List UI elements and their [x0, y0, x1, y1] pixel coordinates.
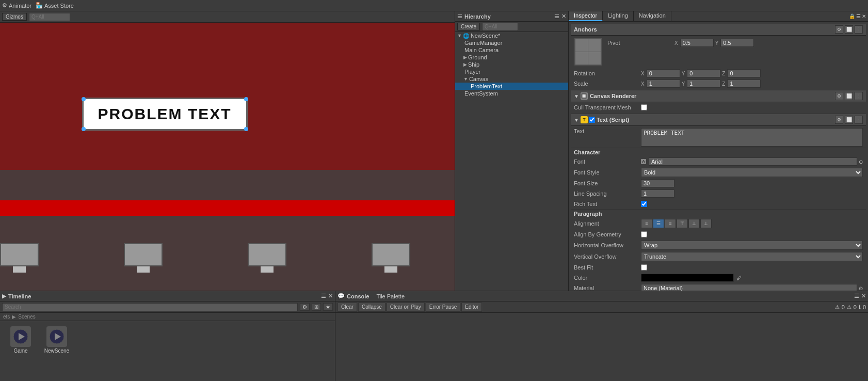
rot-z-input[interactable] [727, 69, 761, 77]
best-fit-label: Best Fit [574, 264, 641, 271]
hierarchy-create-btn[interactable]: Create [457, 23, 480, 30]
canvas-renderer-collapse-icon[interactable]: ▼ [574, 93, 579, 99]
collapse-button[interactable]: Collapse [358, 303, 385, 312]
problem-text-box[interactable]: PROBLEM TEXT [82, 98, 248, 131]
asset-game[interactable]: Game [5, 326, 36, 376]
scale-y-input[interactable] [687, 80, 720, 88]
color-picker-icon[interactable]: 🖊 [736, 275, 742, 281]
line-spacing-label: Line Spacing [574, 190, 641, 197]
rot-z-label: Z [722, 71, 725, 76]
clear-on-play-button[interactable]: Clear on Play [387, 303, 425, 312]
timeline-search[interactable] [2, 303, 298, 311]
inspector-lock-icon[interactable]: 🔒 [849, 13, 855, 19]
best-fit-checkbox[interactable] [641, 264, 647, 271]
rich-text-row: Rich Text [571, 199, 866, 209]
hierarchy-menu-icon[interactable]: ☰ [554, 13, 559, 20]
ground-bg [0, 170, 455, 291]
console-close-icon[interactable]: ✕ [861, 293, 866, 299]
info-icon: ℹ [859, 304, 861, 310]
h-item-maincamera[interactable]: Main Camera [455, 46, 568, 54]
color-swatch[interactable] [641, 274, 734, 282]
anchors-expand-icon[interactable]: ⬜ [845, 25, 853, 34]
cull-transparent-checkbox[interactable] [641, 104, 647, 110]
h-item-ship[interactable]: ▶ Ship [455, 61, 568, 68]
font-style-select[interactable]: Bold Normal Italic [641, 168, 863, 177]
character-section-header: Character [571, 148, 866, 156]
asset-newscene[interactable]: NewScene [41, 326, 72, 376]
align-by-geometry-checkbox[interactable] [641, 231, 647, 237]
font-input[interactable] [649, 157, 857, 166]
h-item-newscene[interactable]: ▼ 🌐 NewScene* [455, 32, 568, 39]
best-fit-row: Best Fit [571, 262, 866, 273]
hierarchy-close-icon[interactable]: ✕ [561, 13, 566, 20]
scene-search[interactable] [29, 13, 70, 21]
h-item-eventsystem[interactable]: EventSystem [455, 90, 568, 97]
h-item-canvas[interactable]: ▼ Canvas [455, 75, 568, 83]
h-label: Main Camera [464, 47, 499, 53]
align-middle-btn[interactable]: ⊥ [688, 219, 700, 228]
text-textarea[interactable]: PROBLEM TEXT [641, 128, 863, 147]
inspector-menu-icon[interactable]: ☰ [856, 13, 861, 19]
color-label: Color [574, 275, 641, 281]
animator-tab[interactable]: ⚙ Animator [2, 2, 31, 9]
cr-more-icon[interactable]: ⋮ [855, 92, 863, 100]
material-select-icon[interactable]: ⊙ [859, 285, 863, 291]
text-script-collapse-icon[interactable]: ▼ [574, 117, 579, 123]
asset-store-tab[interactable]: 🏪 Asset Store [36, 2, 74, 9]
text-script-enabled[interactable] [589, 117, 595, 123]
align-top-btn[interactable]: ⊤ [677, 219, 688, 228]
timeline-menu-icon[interactable]: ☰ [321, 293, 326, 299]
align-center-btn[interactable]: ☰ [653, 219, 664, 228]
timeline-filter-btn[interactable]: ⚙ [300, 303, 310, 311]
console-menu-icon[interactable]: ☰ [854, 293, 859, 299]
timeline-star-btn[interactable]: ★ [323, 303, 333, 311]
editor-button[interactable]: Editor [461, 303, 482, 312]
ts-more-icon[interactable]: ⋮ [855, 116, 863, 124]
h-overflow-select[interactable]: Wrap Overflow [641, 241, 863, 250]
line-spacing-input[interactable] [641, 189, 674, 198]
font-select-icon[interactable]: ⊙ [859, 159, 863, 165]
align-left-btn[interactable]: ≡ [641, 219, 652, 228]
scale-x-input[interactable] [647, 80, 680, 88]
tab-inspector[interactable]: Inspector [569, 11, 603, 21]
cr-expand-icon[interactable]: ⬜ [845, 92, 853, 100]
animator-icon: ⚙ [2, 2, 7, 9]
h-item-problemtext[interactable]: ProblemText [455, 83, 568, 90]
anchors-settings-icon[interactable]: ⚙ [835, 25, 843, 34]
anchors-more-icon[interactable]: ⋮ [855, 25, 863, 34]
pivot-y-input[interactable] [720, 39, 754, 47]
scale-z-input[interactable] [727, 80, 761, 88]
top-bar: ⚙ Animator 🏪 Asset Store [0, 0, 868, 11]
cr-settings-icon[interactable]: ⚙ [835, 92, 843, 100]
pivot-x-input[interactable] [680, 39, 714, 47]
error-pause-button[interactable]: Error Pause [426, 303, 460, 312]
gizmos-button[interactable]: Gizmos [2, 13, 27, 21]
text-script-header: ▼ T Text (Script) ⚙ ⬜ ⋮ [571, 114, 866, 126]
rot-x-input[interactable] [647, 69, 680, 77]
font-size-input[interactable] [641, 179, 674, 187]
tab-navigation[interactable]: Navigation [634, 11, 671, 21]
ts-expand-icon[interactable]: ⬜ [845, 116, 853, 124]
hierarchy-search[interactable] [482, 23, 518, 31]
inspector-close-icon[interactable]: ✕ [862, 13, 866, 19]
rich-text-checkbox[interactable] [641, 201, 647, 207]
v-overflow-select[interactable]: Truncate Overflow [641, 252, 863, 261]
anchor-br [244, 127, 248, 131]
h-item-player[interactable]: Player [455, 68, 568, 75]
timeline-header: ▶ Timeline ☰ ✕ [0, 291, 335, 301]
breadcrumb-sep: ▶ [12, 314, 16, 320]
tile-palette-tab[interactable]: Tile Palette [376, 293, 405, 299]
h-item-gamemanager[interactable]: GameManager [455, 39, 568, 46]
align-bottom-btn[interactable]: ⊥ [700, 219, 712, 228]
tab-lighting[interactable]: Lighting [603, 11, 634, 21]
timeline-close-icon[interactable]: ✕ [328, 293, 333, 299]
h-item-ground[interactable]: ▶ Ground [455, 54, 568, 61]
clear-button[interactable]: Clear [337, 303, 357, 312]
rot-y-input[interactable] [687, 69, 720, 77]
scene-viewport: PROBLEM TEXT [0, 23, 455, 291]
ts-settings-icon[interactable]: ⚙ [835, 116, 843, 124]
timeline-view-btn[interactable]: ⊞ [312, 303, 321, 311]
anchor-diagram[interactable] [574, 38, 602, 66]
material-input[interactable] [641, 284, 857, 291]
align-right-btn[interactable]: ≡ [665, 219, 676, 228]
